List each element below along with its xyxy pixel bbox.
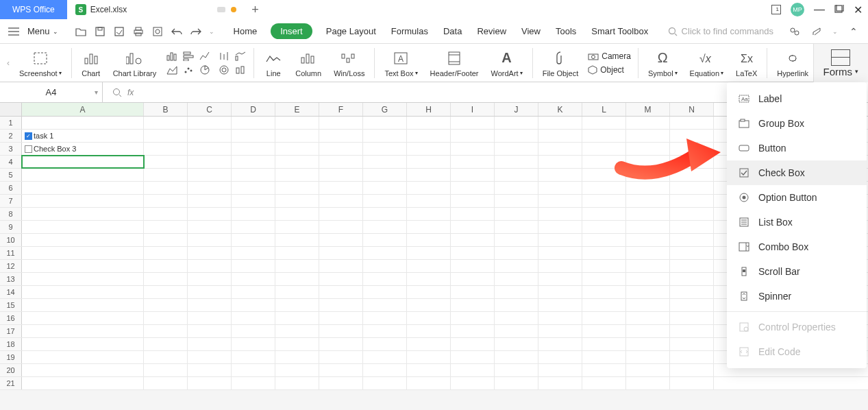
menu-button[interactable]: Menu ⌄ bbox=[22, 23, 64, 39]
cell[interactable] bbox=[582, 377, 626, 389]
cell[interactable] bbox=[626, 143, 670, 155]
cell[interactable] bbox=[144, 221, 188, 233]
cell[interactable] bbox=[626, 325, 670, 337]
cell[interactable]: ✓task 1 bbox=[22, 130, 144, 142]
cell[interactable] bbox=[670, 364, 714, 376]
cell[interactable] bbox=[495, 130, 538, 142]
cell[interactable] bbox=[144, 182, 188, 194]
cell[interactable] bbox=[363, 312, 407, 324]
cell[interactable] bbox=[582, 286, 626, 298]
cell[interactable] bbox=[451, 117, 495, 129]
cell[interactable] bbox=[495, 143, 538, 155]
cell[interactable] bbox=[670, 351, 714, 363]
cell[interactable] bbox=[144, 377, 188, 389]
row-header[interactable]: 13 bbox=[0, 273, 22, 285]
cell[interactable] bbox=[144, 273, 188, 285]
cell[interactable] bbox=[144, 156, 188, 168]
cell[interactable] bbox=[319, 221, 363, 233]
cell[interactable] bbox=[144, 286, 188, 298]
cell[interactable] bbox=[670, 377, 714, 389]
new-tab-button[interactable]: + bbox=[251, 3, 259, 17]
cell[interactable] bbox=[188, 117, 232, 129]
cell[interactable] bbox=[670, 325, 714, 337]
cell[interactable] bbox=[188, 260, 232, 272]
cell[interactable] bbox=[232, 234, 275, 246]
cell[interactable] bbox=[670, 221, 714, 233]
cell[interactable] bbox=[407, 338, 451, 350]
menu-hamburger-icon[interactable] bbox=[8, 27, 19, 36]
command-search[interactable]: Click to find commands bbox=[668, 26, 773, 36]
cell[interactable] bbox=[670, 143, 714, 155]
cell[interactable] bbox=[363, 273, 407, 285]
cell[interactable] bbox=[582, 273, 626, 285]
screenshot-button[interactable]: Screenshot▾ bbox=[14, 49, 67, 77]
cell[interactable] bbox=[144, 234, 188, 246]
cell[interactable] bbox=[407, 325, 451, 337]
cell[interactable] bbox=[670, 286, 714, 298]
bar-chart-icon[interactable] bbox=[166, 50, 178, 62]
cell[interactable] bbox=[319, 130, 363, 142]
cell[interactable] bbox=[495, 208, 538, 220]
cell[interactable] bbox=[670, 299, 714, 311]
camera-button[interactable]: Camera bbox=[588, 51, 631, 61]
cell[interactable] bbox=[538, 143, 582, 155]
cell[interactable] bbox=[538, 338, 582, 350]
cell[interactable] bbox=[670, 273, 714, 285]
cell[interactable] bbox=[188, 195, 232, 207]
cell[interactable] bbox=[582, 338, 626, 350]
cell[interactable] bbox=[363, 182, 407, 194]
cell[interactable] bbox=[319, 169, 363, 181]
cell[interactable] bbox=[275, 156, 319, 168]
cell[interactable] bbox=[451, 182, 495, 194]
cell[interactable] bbox=[232, 273, 275, 285]
cell[interactable] bbox=[582, 156, 626, 168]
cell[interactable] bbox=[232, 325, 275, 337]
cell[interactable] bbox=[407, 377, 451, 389]
hbar-chart-icon[interactable] bbox=[182, 50, 195, 62]
cell[interactable] bbox=[538, 208, 582, 220]
cell[interactable] bbox=[538, 273, 582, 285]
cell[interactable] bbox=[451, 195, 495, 207]
checkbox-control[interactable]: ✓task 1 bbox=[25, 132, 53, 140]
column-header[interactable]: H bbox=[407, 103, 451, 116]
row-header[interactable]: 11 bbox=[0, 247, 22, 259]
cell[interactable] bbox=[538, 117, 582, 129]
cell[interactable] bbox=[22, 169, 144, 181]
cell[interactable] bbox=[495, 338, 538, 350]
cell[interactable] bbox=[451, 273, 495, 285]
cell[interactable] bbox=[451, 364, 495, 376]
column-header[interactable]: L bbox=[582, 103, 626, 116]
cell[interactable] bbox=[232, 286, 275, 298]
tab-home[interactable]: Home bbox=[232, 23, 259, 39]
forms-spinner-item[interactable]: Spinner bbox=[727, 284, 867, 309]
cell[interactable] bbox=[626, 195, 670, 207]
cell[interactable] bbox=[670, 117, 714, 129]
column-header[interactable]: G bbox=[363, 103, 407, 116]
cell[interactable] bbox=[275, 169, 319, 181]
row-header[interactable]: 1 bbox=[0, 117, 22, 129]
cell[interactable] bbox=[275, 195, 319, 207]
chevron-down-icon[interactable]: ⌄ bbox=[209, 28, 214, 35]
chart-button[interactable]: Chart bbox=[76, 49, 106, 77]
cell[interactable] bbox=[407, 234, 451, 246]
column-header[interactable]: B bbox=[144, 103, 188, 116]
cell[interactable] bbox=[22, 286, 144, 298]
cell[interactable] bbox=[363, 247, 407, 259]
cell[interactable] bbox=[188, 377, 232, 389]
cell[interactable] bbox=[451, 221, 495, 233]
cell[interactable] bbox=[275, 325, 319, 337]
cell[interactable] bbox=[22, 351, 144, 363]
cell[interactable] bbox=[275, 221, 319, 233]
cell[interactable] bbox=[626, 169, 670, 181]
cell[interactable] bbox=[582, 364, 626, 376]
cell[interactable] bbox=[407, 117, 451, 129]
row-header[interactable]: 9 bbox=[0, 221, 22, 233]
cell[interactable] bbox=[582, 312, 626, 324]
file-object-button[interactable]: File Object bbox=[537, 49, 584, 77]
combo-chart-icon[interactable] bbox=[234, 50, 247, 62]
row-header[interactable]: 4 bbox=[0, 156, 22, 168]
cell[interactable] bbox=[451, 143, 495, 155]
cell[interactable] bbox=[363, 351, 407, 363]
cell[interactable] bbox=[275, 130, 319, 142]
cell[interactable] bbox=[582, 247, 626, 259]
